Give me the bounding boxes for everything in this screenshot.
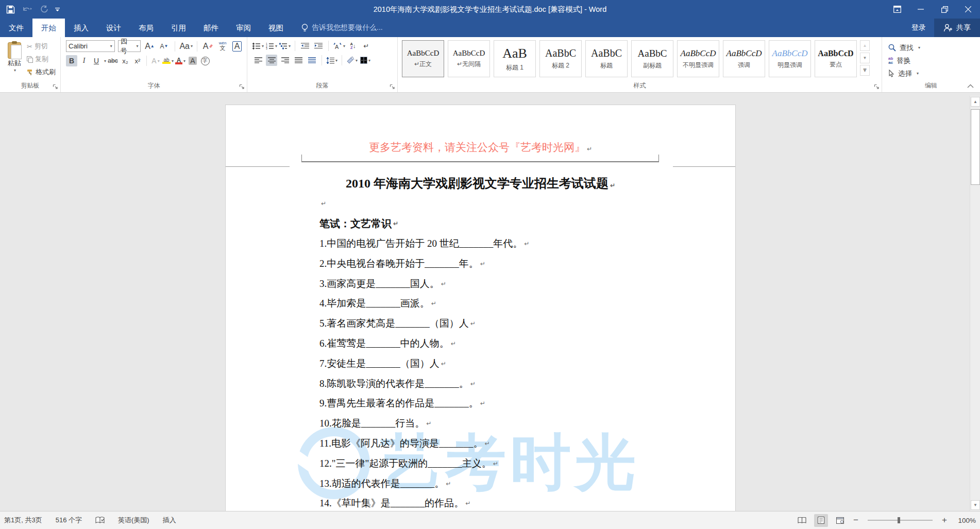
styles-dialog-launcher-icon[interactable] — [874, 84, 880, 90]
grow-font-button[interactable]: A▲ — [144, 41, 155, 52]
vertical-scrollbar[interactable]: ▲ ▼ — [970, 96, 980, 511]
zoom-in-button[interactable]: + — [941, 515, 948, 525]
bold-button[interactable]: B — [66, 55, 77, 66]
zoom-level[interactable]: 100% — [953, 517, 976, 524]
tab-6[interactable]: 邮件 — [195, 19, 227, 37]
zoom-slider[interactable] — [868, 520, 933, 521]
sign-in-button[interactable]: 登录 — [903, 19, 934, 37]
tab-3[interactable]: 设计 — [97, 19, 130, 37]
tab-5[interactable]: 引用 — [162, 19, 195, 37]
superscript-button[interactable]: x² — [132, 55, 143, 66]
shading-button[interactable]: ▾ — [346, 55, 358, 66]
distribute-button[interactable] — [306, 55, 317, 66]
clipboard-dialog-launcher-icon[interactable] — [53, 84, 58, 90]
character-shading-button[interactable]: A — [187, 55, 198, 66]
tab-7[interactable]: 审阅 — [227, 19, 260, 37]
undo-icon[interactable] — [22, 6, 32, 13]
style-item-5[interactable]: AaBbC副标题 — [631, 40, 673, 77]
paste-button[interactable]: 粘贴 ▾ — [3, 41, 26, 88]
justify-button[interactable] — [293, 55, 304, 66]
tell-me-box[interactable]: 告诉我您想要做什么... — [301, 19, 383, 37]
style-item-4[interactable]: AaBbC标题 — [585, 40, 628, 77]
select-button[interactable]: 选择▾ — [888, 67, 980, 80]
restore-icon[interactable] — [933, 0, 956, 19]
align-center-button[interactable] — [266, 55, 277, 66]
tab-0[interactable]: 文件 — [0, 19, 32, 37]
scrollbar-thumb[interactable] — [971, 109, 980, 185]
word-count[interactable]: 516 个字 — [56, 516, 82, 525]
tab-1[interactable]: 开始 — [32, 19, 65, 37]
shrink-font-button[interactable]: A▼ — [158, 41, 170, 52]
align-right-button[interactable] — [279, 55, 291, 66]
style-item-8[interactable]: AaBbCcD明显强调 — [769, 40, 811, 77]
numbering-button[interactable]: 123▾ — [266, 40, 277, 52]
copy-button[interactable]: 复制 — [27, 54, 56, 64]
close-icon[interactable] — [956, 0, 980, 19]
italic-button[interactable]: I — [78, 55, 90, 66]
multilevel-list-button[interactable]: ▾ — [279, 40, 291, 52]
document-body[interactable]: ↵笔试：文艺常识↵1.中国的电视广告开始于 20 世纪_______年代。↵2.… — [319, 194, 720, 511]
enclose-characters-button[interactable]: 字 — [199, 55, 211, 66]
sort-button[interactable]: AZ↓ — [347, 40, 359, 52]
increase-indent-button[interactable] — [313, 40, 324, 52]
style-item-1[interactable]: AaBbCcD↵无间隔 — [448, 40, 490, 77]
minimize-icon[interactable] — [909, 0, 933, 19]
strikethrough-button[interactable]: abc — [107, 55, 119, 66]
text-effects-button[interactable]: A▾ — [150, 55, 161, 66]
style-item-3[interactable]: AaBbC标题 2 — [539, 40, 582, 77]
read-mode-icon[interactable] — [795, 514, 809, 527]
gallery-scroll-up-icon[interactable]: ▲ — [860, 40, 870, 51]
style-item-6[interactable]: AaBbCcD不明显强调 — [677, 40, 719, 77]
insert-mode-indicator[interactable]: 插入 — [163, 516, 176, 525]
tab-2[interactable]: 插入 — [65, 19, 97, 37]
redo-icon[interactable] — [40, 5, 48, 13]
tab-4[interactable]: 布局 — [130, 19, 162, 37]
tab-8[interactable]: 视图 — [260, 19, 292, 37]
find-button[interactable]: 查找▾ — [888, 41, 980, 54]
scroll-down-icon[interactable]: ▼ — [971, 500, 980, 510]
align-left-button[interactable] — [252, 55, 264, 66]
character-border-button[interactable]: A — [231, 41, 243, 52]
style-item-9[interactable]: AaBbCcD要点 — [815, 40, 857, 77]
underline-button[interactable]: U — [91, 55, 102, 66]
ribbon-display-options-icon[interactable] — [885, 0, 909, 19]
change-case-button[interactable]: Aa▾ — [180, 41, 192, 52]
line-spacing-button[interactable]: ▾ — [326, 55, 337, 66]
web-layout-icon[interactable] — [833, 514, 847, 527]
style-item-0[interactable]: AaBbCcD↵正文 — [402, 40, 444, 77]
proofing-status-icon[interactable] — [95, 517, 105, 524]
underline-chevron-icon[interactable]: ▾ — [104, 59, 106, 63]
paragraph-dialog-launcher-icon[interactable] — [390, 84, 395, 90]
borders-button[interactable]: ▾ — [360, 55, 371, 66]
bullets-button[interactable]: ▾ — [252, 40, 264, 52]
font-dialog-launcher-icon[interactable] — [239, 84, 245, 90]
scroll-up-icon[interactable]: ▲ — [971, 97, 980, 107]
collapse-ribbon-icon[interactable] — [967, 84, 974, 88]
page-indicator[interactable]: 第1页, 共3页 — [4, 516, 42, 525]
asian-layout-button[interactable]: A▾ — [333, 40, 345, 52]
save-icon[interactable] — [6, 5, 15, 14]
font-name-combo[interactable]: Calibri▾ — [66, 40, 115, 52]
language-indicator[interactable]: 英语(美国) — [118, 516, 149, 525]
cut-button[interactable]: ✂剪切 — [27, 41, 56, 52]
font-color-button[interactable]: A▾ — [175, 55, 186, 66]
show-hide-marks-button[interactable]: ↵ — [361, 40, 372, 52]
gallery-scroll-down-icon[interactable]: ▼ — [860, 53, 870, 63]
customize-qat-icon[interactable] — [55, 7, 60, 12]
zoom-out-button[interactable]: − — [852, 515, 859, 525]
format-painter-button[interactable]: 格式刷 — [27, 67, 56, 77]
style-item-7[interactable]: AaBbCcD强调 — [723, 40, 765, 77]
gallery-more-icon[interactable]: ▬▼ — [860, 65, 870, 76]
phonetic-guide-button[interactable]: wén文 — [217, 41, 228, 52]
share-button[interactable]: 共享 — [934, 19, 980, 37]
highlight-button[interactable]: ab▾ — [162, 55, 174, 66]
subscript-button[interactable]: x₂ — [120, 55, 131, 66]
print-layout-icon[interactable] — [814, 514, 828, 527]
zoom-slider-thumb[interactable] — [898, 517, 900, 523]
style-item-2[interactable]: AaB标题 1 — [494, 40, 536, 77]
font-size-combo[interactable]: 四号▾ — [118, 40, 141, 52]
replace-button[interactable]: ab ac 替换 — [888, 54, 980, 67]
decrease-indent-button[interactable] — [299, 40, 311, 52]
document-page[interactable]: 艺考时光 更多艺考资料，请关注公众号『艺考时光网』↵ 2010 年海南大学戏剧影… — [225, 105, 736, 511]
clear-formatting-button[interactable]: A — [202, 41, 214, 52]
